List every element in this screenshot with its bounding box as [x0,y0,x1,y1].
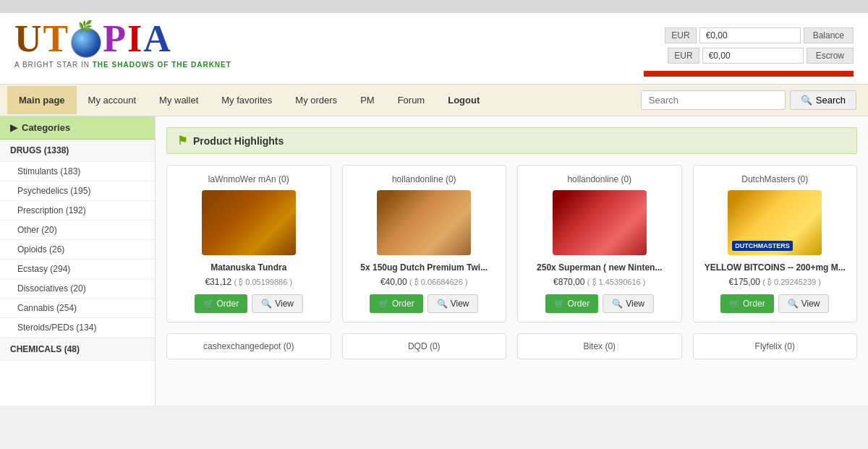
sidebar-item-stimulants[interactable]: Stimulants (183) [0,162,155,181]
nav-my-favorites[interactable]: My favorites [210,86,284,114]
search-button-label: Search [816,95,846,106]
nav-my-wallet[interactable]: My wallet [148,86,210,114]
logo-globe-wrapper: 🌿 [69,20,103,58]
seller-card-1[interactable]: cashexchangedepot (0) [166,333,331,359]
view-icon-4: 🔍 [788,299,799,309]
view-icon-2: 🔍 [437,299,448,309]
sidebar-item-dissociatives[interactable]: Dissociatives (20) [0,279,155,299]
chevron-right-icon: ▶ [10,122,17,133]
product-name-3: 250x Superman ( new Ninten... [537,262,662,273]
seller-card-2[interactable]: DQD (0) [342,333,507,359]
seller-card-3[interactable]: Bitex (0) [517,333,682,359]
order-button-4[interactable]: 🛒 Order [720,294,774,313]
product-actions-4: 🛒 Order 🔍 View [720,294,829,313]
view-icon-1: 🔍 [261,299,272,309]
product-card-1: laWnmoWer mAn (0) Matanuska Tundra €31,1… [166,165,331,322]
product-btc-4: ( ₿ 0.29245239 ) [762,278,821,286]
escrow-amount: €0,00 [702,48,804,64]
nav-pm[interactable]: PM [349,86,386,114]
logo-letter-i: I [127,18,143,59]
top-bar [0,0,868,13]
flag-icon: ⚑ [177,134,187,147]
logo-area: UT 🌿 PIA A BRIGHT STAR IN THE SHADOWS OF… [14,20,231,69]
cart-icon-1: 🛒 [203,299,214,309]
product-image-2 [377,190,471,255]
cart-icon-4: 🛒 [729,299,740,309]
order-button-1[interactable]: 🛒 Order [195,294,248,313]
product-actions-2: 🛒 Order 🔍 View [370,294,478,313]
seller-card-4[interactable]: Flyfelix (0) [693,333,858,359]
escrow-row: EUR €0,00 Escrow [668,48,854,64]
nav-my-account[interactable]: My account [77,86,148,114]
product-image-1 [202,190,296,255]
sidebar-item-ecstasy[interactable]: Ecstasy (294) [0,260,155,279]
product-price-2: €40,00 ( ₿ 0.06684626 ) [380,277,468,287]
sidebar-chemicals-header: CHEMICALS (48) [0,338,155,361]
products-grid: laWnmoWer mAn (0) Matanuska Tundra €31,1… [166,165,857,322]
product-seller-4: DutchMasters (0) [741,174,808,184]
sidebar-item-other[interactable]: Other (20) [0,221,155,240]
escrow-label: Escrow [807,48,854,64]
escrow-currency: EUR [668,48,699,64]
nav-items: Main page My account My wallet My favori… [7,86,637,114]
product-image-3 [553,190,647,255]
search-input[interactable] [641,90,786,110]
product-btc-1: ( ₿ 0.05199886 ) [234,278,292,286]
nav-main-page[interactable]: Main page [7,86,77,114]
balance-area: EUR €0,00 Balance EUR €0,00 Escrow [644,27,854,77]
view-button-2[interactable]: 🔍 View [427,294,479,313]
seller-name-4: Flyfelix (0) [755,341,795,351]
product-price-1: €31,12 ( ₿ 0.05199886 ) [205,277,292,287]
view-button-4[interactable]: 🔍 View [778,294,830,313]
view-icon-3: 🔍 [612,299,623,309]
header: UT 🌿 PIA A BRIGHT STAR IN THE SHADOWS OF… [0,13,868,84]
logo: UT 🌿 PIA [14,20,231,58]
section-title: Product Highlights [193,135,284,147]
product-price-4: €175,00 ( ₿ 0.29245239 ) [729,277,821,287]
search-button[interactable]: 🔍 Search [790,90,856,110]
product-actions-1: 🛒 Order 🔍 View [195,294,303,313]
nav-logout[interactable]: Logout [436,86,491,114]
view-button-3[interactable]: 🔍 View [603,294,654,313]
nav-forum[interactable]: Forum [386,86,437,114]
sidebar-categories-header[interactable]: ▶ Categories [0,116,155,140]
product-btc-2: ( ₿ 0.06684626 ) [409,278,468,286]
product-name-4: YELLOW BITCOINS -- 200+mg M... [705,262,846,273]
nav-search-area: 🔍 Search [637,85,861,116]
product-price-3: €870,00 ( ₿ 1.45390616 ) [553,277,645,287]
cart-icon-2: 🛒 [378,299,389,309]
cart-icon-3: 🛒 [554,299,565,309]
balance-label: Balance [804,27,854,43]
product-name-2: 5x 150ug Dutch Premium Twi... [360,262,488,273]
balance-row: EUR €0,00 Balance [665,27,854,43]
product-image-4: DUTCHMASTERS [728,190,822,255]
sidebar-categories-label: Categories [22,122,70,133]
sidebar-item-prescription[interactable]: Prescription (192) [0,201,155,221]
order-button-3[interactable]: 🛒 Order [545,294,599,313]
main-nav: Main page My account My wallet My favori… [0,84,868,116]
balance-amount: €0,00 [699,27,801,43]
sidebar-item-steroids[interactable]: Steroids/PEDs (134) [0,318,155,338]
sidebar-drugs-header: DRUGS (1338) [0,140,155,162]
logo-letter-a: A [143,18,172,59]
product-card-3: hollandonline (0) 250x Superman ( new Ni… [517,165,682,322]
balance-currency: EUR [665,27,696,43]
sidebar-item-cannabis[interactable]: Cannabis (254) [0,299,155,318]
logo-tagline: A BRIGHT STAR IN THE SHADOWS OF THE DARK… [14,61,231,69]
sidebar-item-opioids[interactable]: Opioids (26) [0,240,155,260]
sidebar-item-psychedelics[interactable]: Psychedelics (195) [0,181,155,201]
bottom-sellers-row: cashexchangedepot (0) DQD (0) Bitex (0) … [166,333,857,359]
order-button-2[interactable]: 🛒 Order [370,294,423,313]
main-layout: ▶ Categories DRUGS (1338) Stimulants (18… [0,116,868,406]
product-seller-3: hollandonline (0) [567,174,631,184]
nav-my-orders[interactable]: My orders [284,86,349,114]
view-button-1[interactable]: 🔍 View [252,294,303,313]
logo-globe: 🌿 [71,27,101,58]
logo-leaves-icon: 🌿 [78,21,94,33]
logo-letter-u: U [14,18,43,59]
logo-letter-t: T [43,18,70,59]
logo-letter-p: P [103,18,127,59]
seller-name-2: DQD (0) [408,341,441,351]
sidebar: ▶ Categories DRUGS (1338) Stimulants (18… [0,116,156,406]
main-content: ⚑ Product Highlights laWnmoWer mAn (0) M… [156,116,868,406]
